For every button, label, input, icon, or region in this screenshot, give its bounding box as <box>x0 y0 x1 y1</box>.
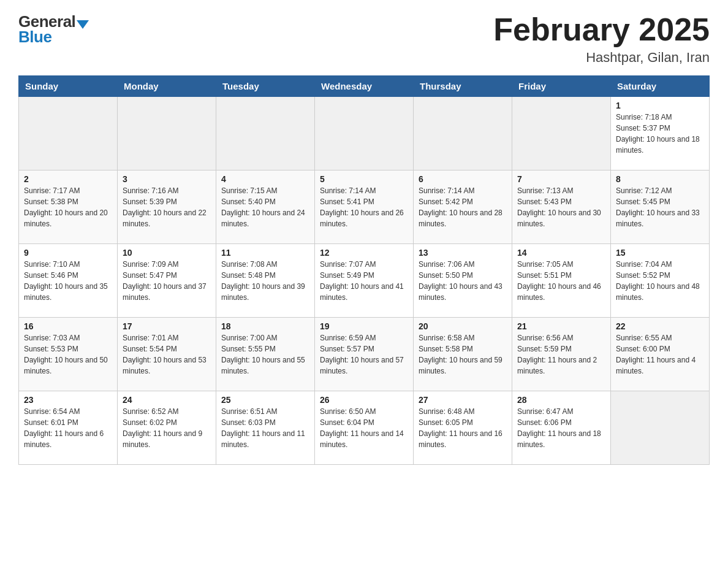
day-number: 17 <box>123 321 211 331</box>
day-number: 5 <box>320 174 408 184</box>
calendar-cell: 21Sunrise: 6:56 AM Sunset: 5:59 PM Dayli… <box>512 318 611 391</box>
calendar-cell: 18Sunrise: 7:00 AM Sunset: 5:55 PM Dayli… <box>216 318 315 391</box>
day-info: Sunrise: 7:10 AM Sunset: 5:46 PM Dayligh… <box>24 259 112 303</box>
day-number: 4 <box>221 174 309 184</box>
day-number: 25 <box>221 395 309 405</box>
calendar-cell: 1Sunrise: 7:18 AM Sunset: 5:37 PM Daylig… <box>611 97 710 170</box>
day-info: Sunrise: 7:15 AM Sunset: 5:40 PM Dayligh… <box>221 185 309 229</box>
day-info: Sunrise: 6:59 AM Sunset: 5:57 PM Dayligh… <box>320 332 408 377</box>
day-number: 20 <box>419 321 507 331</box>
day-number: 14 <box>517 248 605 258</box>
calendar-cell: 7Sunrise: 7:13 AM Sunset: 5:43 PM Daylig… <box>512 170 611 244</box>
calendar-cell: 5Sunrise: 7:14 AM Sunset: 5:41 PM Daylig… <box>315 170 414 244</box>
day-number: 9 <box>24 248 112 258</box>
calendar-cell: 10Sunrise: 7:09 AM Sunset: 5:47 PM Dayli… <box>118 244 216 318</box>
calendar-week-row: 23Sunrise: 6:54 AM Sunset: 6:01 PM Dayli… <box>19 391 710 465</box>
calendar-cell: 8Sunrise: 7:12 AM Sunset: 5:45 PM Daylig… <box>611 170 710 244</box>
day-info: Sunrise: 6:51 AM Sunset: 6:03 PM Dayligh… <box>221 406 309 450</box>
day-info: Sunrise: 6:48 AM Sunset: 6:05 PM Dayligh… <box>419 406 507 450</box>
calendar-cell: 26Sunrise: 6:50 AM Sunset: 6:04 PM Dayli… <box>315 391 414 465</box>
calendar-cell: 14Sunrise: 7:05 AM Sunset: 5:51 PM Dayli… <box>512 244 611 318</box>
calendar-cell: 3Sunrise: 7:16 AM Sunset: 5:39 PM Daylig… <box>118 170 216 244</box>
day-number: 26 <box>320 395 408 405</box>
day-info: Sunrise: 6:56 AM Sunset: 5:59 PM Dayligh… <box>517 332 605 377</box>
calendar-cell: 4Sunrise: 7:15 AM Sunset: 5:40 PM Daylig… <box>216 170 315 244</box>
calendar-cell <box>216 97 315 170</box>
day-info: Sunrise: 7:12 AM Sunset: 5:45 PM Dayligh… <box>616 185 704 229</box>
calendar-cell: 23Sunrise: 6:54 AM Sunset: 6:01 PM Dayli… <box>19 391 118 465</box>
day-number: 1 <box>616 101 704 110</box>
day-info: Sunrise: 7:13 AM Sunset: 5:43 PM Dayligh… <box>517 185 605 229</box>
day-info: Sunrise: 7:06 AM Sunset: 5:50 PM Dayligh… <box>419 259 507 303</box>
calendar-cell <box>315 97 414 170</box>
day-info: Sunrise: 7:05 AM Sunset: 5:51 PM Dayligh… <box>517 259 605 303</box>
calendar-cell: 28Sunrise: 6:47 AM Sunset: 6:06 PM Dayli… <box>512 391 611 465</box>
calendar-cell: 25Sunrise: 6:51 AM Sunset: 6:03 PM Dayli… <box>216 391 315 465</box>
day-number: 19 <box>320 321 408 331</box>
day-info: Sunrise: 6:47 AM Sunset: 6:06 PM Dayligh… <box>517 406 605 450</box>
day-info: Sunrise: 7:01 AM Sunset: 5:54 PM Dayligh… <box>123 332 211 377</box>
calendar-cell: 13Sunrise: 7:06 AM Sunset: 5:50 PM Dayli… <box>414 244 512 318</box>
logo-triangle-icon <box>77 20 89 29</box>
column-header-wednesday: Wednesday <box>315 76 414 97</box>
calendar-week-row: 16Sunrise: 7:03 AM Sunset: 5:53 PM Dayli… <box>19 318 710 391</box>
column-header-tuesday: Tuesday <box>216 76 315 97</box>
calendar-cell: 15Sunrise: 7:04 AM Sunset: 5:52 PM Dayli… <box>611 244 710 318</box>
calendar-cell: 24Sunrise: 6:52 AM Sunset: 6:02 PM Dayli… <box>118 391 216 465</box>
calendar-cell: 27Sunrise: 6:48 AM Sunset: 6:05 PM Dayli… <box>414 391 512 465</box>
day-number: 28 <box>517 395 605 405</box>
day-number: 12 <box>320 248 408 258</box>
day-number: 24 <box>123 395 211 405</box>
day-info: Sunrise: 7:00 AM Sunset: 5:55 PM Dayligh… <box>221 332 309 377</box>
calendar-cell <box>512 97 611 170</box>
calendar-cell: 16Sunrise: 7:03 AM Sunset: 5:53 PM Dayli… <box>19 318 118 391</box>
day-number: 15 <box>616 248 704 258</box>
calendar-week-row: 1Sunrise: 7:18 AM Sunset: 5:37 PM Daylig… <box>19 97 710 170</box>
calendar-cell <box>118 97 216 170</box>
column-header-sunday: Sunday <box>19 76 118 97</box>
location-subtitle: Hashtpar, Gilan, Iran <box>493 50 710 66</box>
day-info: Sunrise: 7:04 AM Sunset: 5:52 PM Dayligh… <box>616 259 704 303</box>
day-info: Sunrise: 6:50 AM Sunset: 6:04 PM Dayligh… <box>320 406 408 450</box>
day-number: 8 <box>616 174 704 184</box>
day-number: 2 <box>24 174 112 184</box>
day-info: Sunrise: 6:55 AM Sunset: 6:00 PM Dayligh… <box>616 332 704 377</box>
calendar-cell <box>611 391 710 465</box>
day-number: 22 <box>616 321 704 331</box>
day-number: 23 <box>24 395 112 405</box>
calendar-cell <box>19 97 118 170</box>
day-number: 21 <box>517 321 605 331</box>
calendar-header-row: SundayMondayTuesdayWednesdayThursdayFrid… <box>19 76 710 97</box>
calendar-cell: 20Sunrise: 6:58 AM Sunset: 5:58 PM Dayli… <box>414 318 512 391</box>
calendar-cell: 9Sunrise: 7:10 AM Sunset: 5:46 PM Daylig… <box>19 244 118 318</box>
day-number: 3 <box>123 174 211 184</box>
calendar-week-row: 2Sunrise: 7:17 AM Sunset: 5:38 PM Daylig… <box>19 170 710 244</box>
column-header-thursday: Thursday <box>414 76 512 97</box>
calendar-cell: 6Sunrise: 7:14 AM Sunset: 5:42 PM Daylig… <box>414 170 512 244</box>
calendar-week-row: 9Sunrise: 7:10 AM Sunset: 5:46 PM Daylig… <box>19 244 710 318</box>
day-number: 7 <box>517 174 605 184</box>
day-info: Sunrise: 7:18 AM Sunset: 5:37 PM Dayligh… <box>616 112 704 156</box>
day-number: 6 <box>419 174 507 184</box>
day-number: 10 <box>123 248 211 258</box>
column-header-friday: Friday <box>512 76 611 97</box>
title-block: February 2025 Hashtpar, Gilan, Iran <box>493 12 710 66</box>
calendar-cell: 2Sunrise: 7:17 AM Sunset: 5:38 PM Daylig… <box>19 170 118 244</box>
day-info: Sunrise: 7:03 AM Sunset: 5:53 PM Dayligh… <box>24 332 112 377</box>
day-info: Sunrise: 7:16 AM Sunset: 5:39 PM Dayligh… <box>123 185 211 229</box>
column-header-monday: Monday <box>118 76 216 97</box>
day-info: Sunrise: 7:14 AM Sunset: 5:41 PM Dayligh… <box>320 185 408 229</box>
day-info: Sunrise: 6:58 AM Sunset: 5:58 PM Dayligh… <box>419 332 507 377</box>
day-info: Sunrise: 7:17 AM Sunset: 5:38 PM Dayligh… <box>24 185 112 229</box>
month-title: February 2025 <box>493 12 710 47</box>
calendar-table: SundayMondayTuesdayWednesdayThursdayFrid… <box>18 75 710 465</box>
logo-blue-text: Blue <box>18 28 51 47</box>
calendar-cell: 17Sunrise: 7:01 AM Sunset: 5:54 PM Dayli… <box>118 318 216 391</box>
calendar-cell: 11Sunrise: 7:08 AM Sunset: 5:48 PM Dayli… <box>216 244 315 318</box>
day-number: 27 <box>419 395 507 405</box>
calendar-cell: 12Sunrise: 7:07 AM Sunset: 5:49 PM Dayli… <box>315 244 414 318</box>
day-info: Sunrise: 7:08 AM Sunset: 5:48 PM Dayligh… <box>221 259 309 303</box>
day-info: Sunrise: 6:52 AM Sunset: 6:02 PM Dayligh… <box>123 406 211 450</box>
day-number: 16 <box>24 321 112 331</box>
day-info: Sunrise: 6:54 AM Sunset: 6:01 PM Dayligh… <box>24 406 112 450</box>
